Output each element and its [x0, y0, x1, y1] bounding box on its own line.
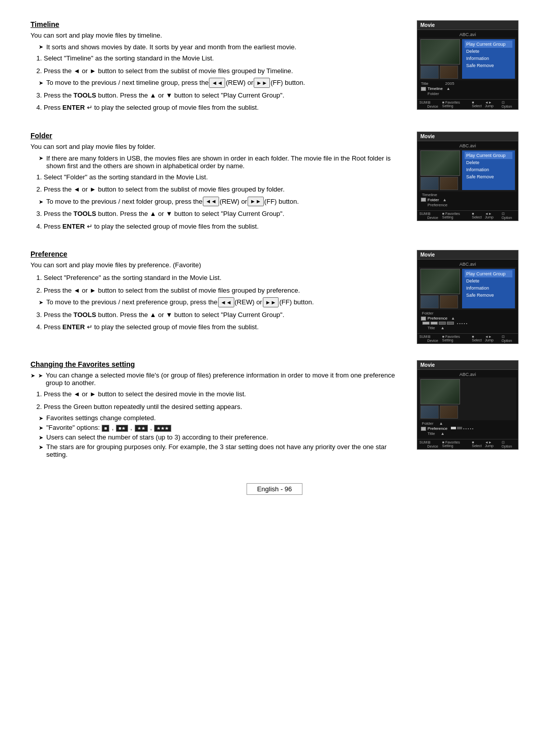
timeline-step-2: Press the ◄ or ► button to select from t…: [44, 66, 407, 88]
movie-thumb-main-2: [420, 150, 460, 176]
timeline-steps: Select "Timeline" as the sorting standar…: [30, 53, 407, 113]
movie-menu-2: Play Current Group Delete Information Sa…: [462, 150, 515, 190]
menu-delete-1: Delete: [465, 48, 512, 55]
timeline-title: Timeline: [30, 20, 407, 28]
pref-dot-2: [431, 322, 438, 325]
movie-thumbs-2: [420, 150, 461, 190]
favorites-sub-bullets: Favorites settings change completed. "Fa…: [30, 414, 407, 458]
star-option-2: ★★: [135, 425, 148, 432]
menu-play-current-2: Play Current Group: [465, 152, 512, 159]
movie-bottom-bar-1: SUM ⊞ Device ■ Favorites Setting ■ Selec…: [417, 99, 518, 109]
movie-menu-4-area: [462, 379, 515, 419]
star-option-1: ■★: [116, 425, 128, 432]
folder-step-2: Press the ◄ or ► button to select from t…: [44, 184, 407, 206]
fav-step-2: Press the Green button repeatedly until …: [44, 402, 407, 412]
page-footer: English - 96: [30, 481, 518, 497]
folder-content: Folder You can sort and play movie files…: [30, 132, 407, 234]
folder-steps: Select "Folder" as the sorting standard …: [30, 172, 407, 232]
star-option-0: ■: [102, 425, 109, 432]
menu-info-3: Information: [465, 285, 512, 292]
folder-step-1: Select "Folder" as the sorting standard …: [44, 172, 407, 182]
menu-info-1: Information: [465, 55, 512, 62]
movie-thumb-s6: [440, 295, 458, 308]
movie-thumb-main-3: [420, 269, 460, 294]
fav-sub-3: Users can select the number of stars (up…: [39, 433, 407, 441]
timeline-step-4: Press ENTER ↵ to play the selected group…: [44, 103, 407, 113]
favorites-bullet-1: ➤ You can change a selected movie file's…: [30, 371, 407, 387]
movie-sort-4: Folder ▲ Preference • • • • • Title ▲: [419, 420, 516, 437]
folder-intro: You can sort and play movie files by fol…: [30, 143, 407, 150]
pref-step-4: Press ENTER ↵ to play the selected group…: [44, 322, 407, 332]
movie-body-1: Play Current Group Delete Information Sa…: [419, 38, 516, 80]
movie-sort-1: Title 2005 Timeline ▲ Folder: [419, 80, 516, 98]
sort-timeline-1: Timeline ▲: [421, 86, 514, 91]
sort-timeline-row-2: Timeline: [421, 193, 514, 197]
movie-thumb-s7: [420, 405, 439, 419]
fav-sub-2: "Favorite" options: ■ , ■★ , ★★ , ★★★: [39, 424, 407, 431]
preference-title: Preference: [30, 250, 407, 258]
menu-delete-2: Delete: [465, 159, 512, 166]
folder-section: Folder You can sort and play movie files…: [30, 132, 518, 234]
ff-key-3: ►►: [263, 297, 279, 307]
pref-step-1: Select "Preference" as the sorting stand…: [44, 273, 407, 283]
movie-title-bar-2: Movie: [417, 132, 518, 141]
folder-step-3: Press the TOOLS button. Press the ▲ or ▼…: [44, 209, 407, 219]
rew-key-2: ◄◄: [203, 197, 219, 207]
preference-movie-screen: Movie ABC.avi Play Current Group Delete …: [417, 250, 518, 344]
sort-preference-row-2: Preference: [421, 203, 514, 207]
movie-thumb-s8: [440, 405, 458, 419]
rew-key-3: ◄◄: [218, 297, 234, 307]
movie-thumb-row-1: [420, 66, 461, 79]
movie-body-4: [419, 377, 516, 420]
menu-safe-remove-1: Safe Remove: [465, 62, 512, 69]
sort-icon-pref: [421, 317, 426, 321]
pref-step-3: Press the TOOLS button. Press the ▲ or ▼…: [44, 310, 407, 320]
favorites-title: Changing the Favorites setting: [30, 360, 407, 368]
timeline-step-3: Press the TOOLS button. Press the ▲ or ▼…: [44, 90, 407, 101]
movie-title-bar-4: Movie: [417, 361, 518, 370]
pref-step-2: Press the ◄ or ► button to select from t…: [44, 286, 407, 307]
pref-dot-4: [447, 322, 454, 325]
sort-title-row-3: Title ▲: [421, 326, 514, 330]
folder-title: Folder: [30, 132, 407, 140]
movie-filename-2: ABC.avi: [419, 143, 516, 149]
timeline-step-1: Select "Timeline" as the sorting standar…: [44, 53, 407, 64]
movie-filename-4: ABC.avi: [419, 371, 516, 377]
sort-title-1: Title 2005: [421, 81, 514, 86]
timeline-content: Timeline You can sort and play movie fil…: [30, 20, 407, 115]
menu-play-current-1: Play Current Group: [465, 41, 512, 48]
sort-pref-row-4: Preference • • • • •: [421, 426, 514, 431]
sort-icon-timeline: [421, 87, 426, 91]
pref-dot-4a: [451, 427, 456, 429]
movie-thumb-main-4: [420, 379, 460, 404]
movie-thumb-s4: [440, 177, 458, 190]
preference-content: Preference You can sort and play movie f…: [30, 250, 407, 335]
ff-key-2: ►►: [248, 197, 264, 207]
movie-body-3: Play Current Group Delete Information Sa…: [419, 267, 516, 310]
preference-steps: Select "Preference" as the sorting stand…: [30, 273, 407, 332]
preference-section: Preference You can sort and play movie f…: [30, 250, 518, 344]
favorites-section: Changing the Favorites setting ➤ You can…: [30, 360, 518, 460]
movie-bottom-bar-2: SUM ⊞ Device ■ Favorites Setting ■ Selec…: [417, 210, 518, 220]
sort-icon-pref-4: [421, 427, 426, 431]
fav-sub-1: Favorites settings change completed.: [39, 414, 407, 422]
timeline-movie-screen: Movie ABC.avi Play Current Group Delete …: [417, 20, 518, 110]
pref-step-2-sub: To move to the previous / next preferenc…: [39, 297, 407, 307]
fav-sub-4: The stars are for grouping purposes only…: [39, 443, 407, 458]
footer-label: English - 96: [247, 483, 303, 495]
menu-safe-remove-3: Safe Remove: [465, 292, 512, 299]
sort-folder-row-2: Folder ▲: [421, 198, 514, 202]
movie-bottom-bar-3: SUM ⊞ Device ■ Favorites Setting ■ Selec…: [417, 333, 518, 343]
movie-body-2: Play Current Group Delete Information Sa…: [419, 149, 516, 192]
movie-filename-3: ABC.avi: [419, 261, 516, 267]
movie-thumb-s5: [420, 295, 439, 308]
pref-dot-4b: [457, 427, 462, 429]
movie-thumbs-1: [420, 39, 461, 79]
sort-folder-1: Folder: [421, 91, 514, 96]
pref-dots-row: • • • • •: [421, 321, 514, 326]
movie-menu-1: Play Current Group Delete Information Sa…: [462, 39, 515, 79]
movie-thumb-s3: [420, 177, 439, 190]
folder-movie-screen: Movie ABC.avi Play Current Group Delete …: [417, 132, 518, 221]
sort-title-row-4: Title ▲: [421, 431, 514, 436]
menu-info-2: Information: [465, 166, 512, 173]
